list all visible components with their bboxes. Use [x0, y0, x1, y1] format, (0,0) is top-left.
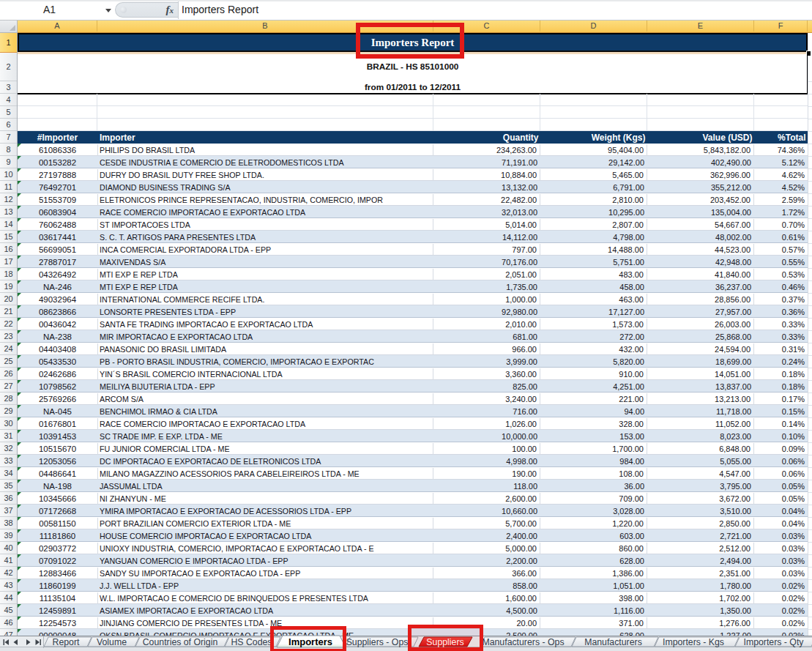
svg-text:Manufacturers: Manufacturers: [584, 637, 642, 647]
svg-text:Manufacturers - Ops: Manufacturers - Ops: [482, 637, 564, 647]
svg-text:Countries of Origin: Countries of Origin: [143, 637, 218, 647]
svg-text:Report: Report: [53, 637, 80, 647]
svg-text:Importers - Kgs: Importers - Kgs: [663, 637, 724, 647]
svg-text:Importers - Qty: Importers - Qty: [744, 637, 805, 647]
svg-text:Volume: Volume: [97, 637, 127, 647]
svg-text:HS Codes: HS Codes: [231, 637, 272, 647]
svg-text:Suppliers - Ops: Suppliers - Ops: [346, 637, 409, 647]
